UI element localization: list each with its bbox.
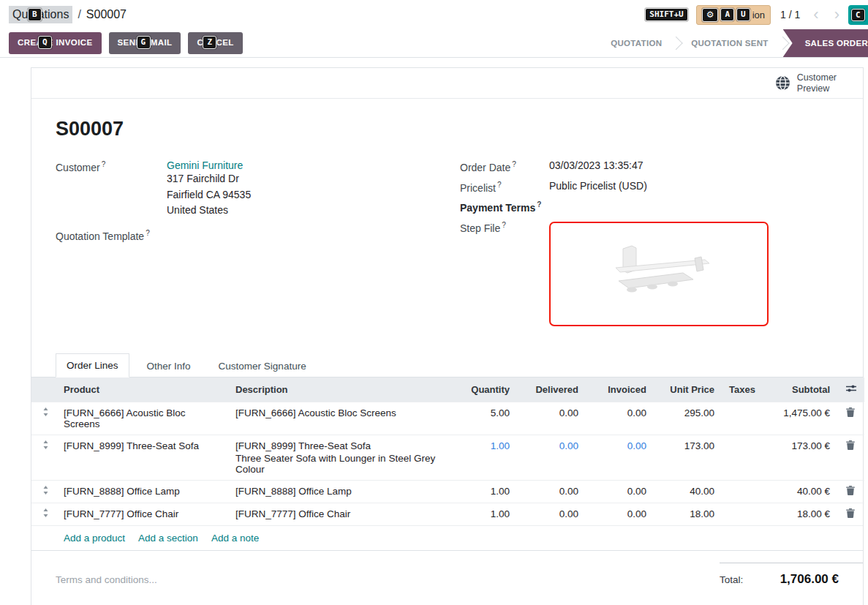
sheet-header-strip: Customer Preview <box>31 68 863 99</box>
add-a-product-link[interactable]: Add a product <box>64 533 125 544</box>
subtotal-cell: 1,475.00 € <box>757 402 837 435</box>
delivered-cell[interactable]: 0.00 <box>517 435 586 480</box>
handle-column-header <box>31 377 56 402</box>
order-lines-table: Product Description Quantity Delivered I… <box>31 377 864 525</box>
page-title[interactable]: S00007 <box>56 118 839 140</box>
create-button[interactable]: C <box>848 5 868 25</box>
control-panel: Quotations B / S00007 SHIFT+U ⚙ A U ion … <box>0 0 868 29</box>
step-file-image-field[interactable] <box>549 222 769 326</box>
action-menu-button[interactable]: ⚙ A U ion <box>696 5 771 25</box>
table-row[interactable]: [FURN_6666] Acoustic Bloc Screens [FURN_… <box>31 402 864 435</box>
quantity-cell: 1.00 <box>451 503 517 525</box>
optional-columns-toggle[interactable] <box>837 377 864 402</box>
pricelist-field-row: Pricelist? Public Pricelist (USD) <box>460 180 839 194</box>
drag-handle[interactable] <box>31 480 56 503</box>
kbd-hint-shift-u: SHIFT+U <box>645 8 687 21</box>
description-cell: [FURN_8999] Three-Seat Sofa Three Seater… <box>228 435 451 480</box>
pager-value[interactable]: 1 / 1 <box>779 9 801 20</box>
globe-icon <box>775 75 790 91</box>
kbd-hint-q: Q <box>38 36 52 49</box>
stage-quotation-sent[interactable]: QUOTATION SENT <box>676 29 782 57</box>
quantity-cell: 5.00 <box>451 402 517 435</box>
drag-handle-icon <box>42 407 49 416</box>
breadcrumb-quotations[interactable]: Quotations B <box>9 6 72 23</box>
sheet-body: S00007 Customer? Gemini Furniture 317 Fa… <box>31 99 863 333</box>
product-cell: [FURN_8888] Office Lamp <box>56 480 228 503</box>
subtotal-cell: 18.00 € <box>757 503 837 525</box>
drag-handle[interactable] <box>31 503 56 525</box>
help-icon: ? <box>102 160 106 168</box>
cancel-button[interactable]: CANCEL Z <box>188 32 242 54</box>
pricelist-value[interactable]: Public Pricelist (USD) <box>549 180 839 192</box>
form-left-column: Customer? Gemini Furniture 317 Fairchild… <box>56 159 460 333</box>
table-row[interactable]: [FURN_8999] Three-Seat Sofa [FURN_8999] … <box>31 435 864 480</box>
table-row[interactable]: [FURN_7777] Office Chair [FURN_7777] Off… <box>31 503 864 525</box>
kbd-hint-c: C <box>851 9 865 22</box>
table-header-row: Product Description Quantity Delivered I… <box>31 377 864 402</box>
gear-icon: ⚙ <box>702 8 719 22</box>
create-invoice-button[interactable]: CREATE INVOICE Q <box>9 32 102 54</box>
action-bar: CREATE INVOICE Q SEND EMAIL G CANCEL Z Q… <box>0 29 868 58</box>
action-buttons-group: CREATE INVOICE Q SEND EMAIL G CANCEL Z <box>9 29 243 57</box>
stage-quotation[interactable]: QUOTATION <box>596 29 676 57</box>
delete-line-button[interactable] <box>846 486 855 497</box>
customer-value: Gemini Furniture 317 Fairchild Dr Fairfi… <box>167 159 460 219</box>
terms-and-conditions-input[interactable]: Terms and conditions... <box>56 574 157 587</box>
delete-line-button[interactable] <box>846 440 855 452</box>
delete-line-cell <box>837 503 864 525</box>
address-line-2: Fairfield CA 94535 <box>167 187 460 203</box>
payment-terms-label: Payment Terms? <box>460 200 549 214</box>
drag-handle-icon <box>42 440 49 449</box>
totals-block: Total: 1,706.00 € <box>720 563 863 587</box>
add-a-note-link[interactable]: Add a note <box>211 533 259 544</box>
subtotal-cell: 173.00 € <box>757 435 837 480</box>
delete-line-button[interactable] <box>846 508 855 520</box>
tab-other-info[interactable]: Other Info <box>137 355 201 377</box>
delete-line-cell <box>837 402 864 435</box>
stage-sales-order-label: SALES ORDER <box>805 39 868 48</box>
stage-quotation-sent-label: QUOTATION SENT <box>691 39 768 48</box>
pager-previous-button[interactable]: ‹ <box>809 7 822 23</box>
tab-customer-signature[interactable]: Customer Signature <box>208 355 317 377</box>
drag-handle[interactable] <box>31 435 56 480</box>
description-column-header: Description <box>228 377 451 402</box>
description-line-2: Three Seater Sofa with Lounger in Steel … <box>235 453 444 475</box>
taxes-column-header: Taxes <box>722 377 757 402</box>
product-cell: [FURN_8999] Three-Seat Sofa <box>56 435 228 480</box>
trash-icon <box>846 407 855 417</box>
chevron-left-icon: ‹ <box>813 5 818 23</box>
delete-line-cell <box>837 480 864 503</box>
product-column-header: Product <box>56 377 228 402</box>
kbd-hint-a: A <box>720 8 734 21</box>
help-icon: ? <box>497 181 502 189</box>
stage-sales-order[interactable]: SALES ORDER <box>783 29 868 57</box>
order-date-value[interactable]: 03/03/2023 13:35:47 <box>549 159 839 171</box>
invoiced-column-header: Invoiced <box>586 377 654 402</box>
breadcrumb-separator: / <box>78 8 80 21</box>
quantity-cell[interactable]: 1.00 <box>451 435 517 480</box>
quotation-template-label: Quotation Template? <box>56 228 167 242</box>
customer-link[interactable]: Gemini Furniture <box>167 159 243 171</box>
product-cell: [FURN_6666] Acoustic Bloc Screens <box>56 402 228 435</box>
help-icon: ? <box>502 221 506 229</box>
delete-line-button[interactable] <box>846 407 855 419</box>
help-icon: ? <box>146 229 150 237</box>
table-row[interactable]: [FURN_8888] Office Lamp [FURN_8888] Offi… <box>31 480 864 503</box>
payment-terms-field-row: Payment Terms? <box>460 200 839 214</box>
description-line-1: [FURN_8999] Three-Seat Sofa <box>235 440 444 451</box>
send-email-button[interactable]: SEND EMAIL G <box>109 32 181 54</box>
unit-price-cell: 173.00 <box>654 435 722 480</box>
taxes-cell <box>722 435 757 480</box>
add-a-section-link[interactable]: Add a section <box>138 533 198 544</box>
help-icon: ? <box>537 200 541 208</box>
invoiced-cell[interactable]: 0.00 <box>586 435 654 480</box>
customer-preview-button[interactable]: Customer Preview <box>797 72 837 94</box>
help-icon: ? <box>512 160 516 168</box>
order-date-label: Order Date? <box>460 159 549 173</box>
step-file-label: Step File? <box>460 220 549 234</box>
total-value: 1,706.00 € <box>780 572 839 587</box>
product-cell: [FURN_7777] Office Chair <box>56 503 228 525</box>
drag-handle[interactable] <box>31 402 56 435</box>
pager-next-button[interactable]: › <box>831 7 843 23</box>
tab-order-lines[interactable]: Order Lines <box>56 353 129 377</box>
